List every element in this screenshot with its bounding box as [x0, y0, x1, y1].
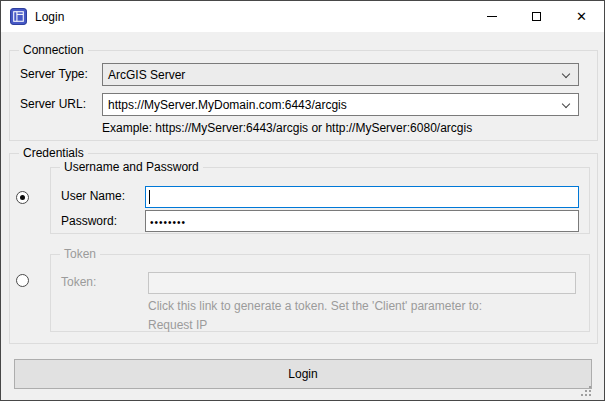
server-type-dropdown[interactable]: ArcGIS Server	[102, 63, 579, 86]
password-input[interactable]	[145, 210, 579, 232]
close-button[interactable]: ✕	[559, 1, 604, 32]
credentials-group: Credentials Username and Password User N…	[9, 153, 598, 344]
token-label: Token:	[61, 275, 96, 289]
login-button-label: Login	[288, 367, 317, 381]
username-password-radio[interactable]	[16, 191, 29, 204]
titlebar[interactable]: Login ✕	[1, 1, 604, 32]
server-url-example-text: Example: https://MyServer:6443/arcgis or…	[102, 121, 472, 135]
token-input[interactable]	[148, 272, 576, 294]
chevron-down-icon	[562, 100, 570, 108]
request-ip-link[interactable]: Request IP	[148, 318, 207, 332]
minimize-icon	[487, 16, 497, 17]
chevron-down-icon	[562, 70, 570, 78]
window-controls: ✕	[469, 1, 604, 32]
server-url-label: Server URL:	[20, 97, 86, 111]
server-url-value: https://MyServer.MyDomain.com:6443/arcgi…	[108, 98, 347, 112]
token-group: Token Token: Click this link to generate…	[50, 254, 590, 332]
resize-grip-icon[interactable]	[581, 386, 591, 396]
text-caret	[149, 190, 150, 204]
token-radio[interactable]	[16, 274, 29, 287]
server-type-label: Server Type:	[20, 67, 88, 81]
server-url-combobox[interactable]: https://MyServer.MyDomain.com:6443/arcgi…	[102, 93, 579, 116]
token-info-text: Click this link to generate a token. Set…	[148, 299, 482, 313]
window-title: Login	[35, 10, 64, 24]
app-form-icon	[10, 8, 27, 25]
credentials-legend: Credentials	[19, 146, 88, 160]
connection-legend: Connection	[19, 43, 88, 57]
connection-group: Connection Server Type: ArcGIS Server Se…	[9, 50, 598, 141]
maximize-icon	[532, 12, 541, 21]
minimize-button[interactable]	[469, 1, 514, 32]
close-icon: ✕	[576, 10, 587, 23]
server-type-value: ArcGIS Server	[108, 68, 185, 82]
login-dialog: Login ✕ Connection Server Type: ArcGIS S…	[0, 0, 605, 401]
username-password-group: Username and Password User Name: Passwor…	[50, 167, 590, 234]
login-button[interactable]: Login	[14, 359, 592, 389]
token-legend: Token	[60, 247, 100, 261]
user-name-label: User Name:	[61, 189, 125, 203]
user-name-input[interactable]	[145, 186, 579, 208]
username-password-legend: Username and Password	[60, 160, 203, 174]
password-label: Password:	[61, 214, 117, 228]
maximize-button[interactable]	[514, 1, 559, 32]
